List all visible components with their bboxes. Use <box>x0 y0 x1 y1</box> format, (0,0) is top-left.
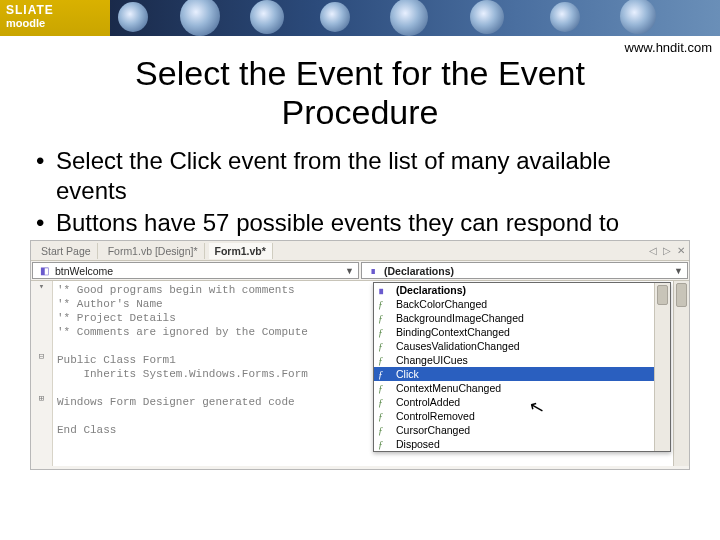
dropdown-item[interactable]: ƒBindingContextChanged <box>374 325 654 339</box>
logo-line1: SLIATE <box>6 4 104 17</box>
event-dropdown-list: ∎(Declarations) ƒBackColorChanged ƒBackg… <box>374 283 654 451</box>
dropdown-item-click[interactable]: ƒClick <box>374 367 654 381</box>
scrollbar-thumb[interactable] <box>657 285 668 305</box>
class-icon: ◧ <box>37 265 51 277</box>
scrollbar-thumb[interactable] <box>676 283 687 307</box>
dropdown-item-label: Click <box>396 368 419 380</box>
vertical-scrollbar[interactable] <box>673 281 689 466</box>
event-icon: ƒ <box>378 299 392 310</box>
dropdown-item[interactable]: ƒBackgroundImageChanged <box>374 311 654 325</box>
source-url: www.hndit.com <box>625 40 712 55</box>
dropdown-item[interactable]: ƒDisposed <box>374 437 654 451</box>
tab-close-icon[interactable]: ✕ <box>677 245 685 256</box>
declarations-icon: ∎ <box>378 285 392 296</box>
bullet-list: Select the Click event from the list of … <box>36 146 684 238</box>
dropdown-item-label: BackgroundImageChanged <box>396 312 524 324</box>
member-combos: ◧ btnWelcome ▼ ∎ (Declarations) ▼ <box>31 261 689 281</box>
logo-line2: moodle <box>6 17 104 29</box>
bullet-item: Buttons have 57 possible events they can… <box>36 208 684 238</box>
event-icon: ƒ <box>378 369 392 380</box>
class-combo[interactable]: ◧ btnWelcome ▼ <box>32 262 359 279</box>
outline-gutter: ▾ ⊟ ⊞ <box>31 281 53 466</box>
dropdown-item-label: ChangeUICues <box>396 354 468 366</box>
dropdown-item-label: Disposed <box>396 438 440 450</box>
banner-graphic <box>110 0 720 36</box>
outline-toggle[interactable]: ▾ <box>31 281 52 295</box>
document-tabs: Start Page Form1.vb [Design]* Form1.vb* … <box>31 241 689 261</box>
dropdown-item[interactable]: ƒCursorChanged <box>374 423 654 437</box>
dropdown-item-label: BackColorChanged <box>396 298 487 310</box>
declarations-icon: ∎ <box>366 265 380 277</box>
outline-toggle[interactable]: ⊟ <box>31 351 52 365</box>
dropdown-scrollbar[interactable] <box>654 283 670 451</box>
event-icon: ƒ <box>378 397 392 408</box>
event-icon: ƒ <box>378 425 392 436</box>
dropdown-item[interactable]: ƒBackColorChanged <box>374 297 654 311</box>
outline-toggle[interactable]: ⊞ <box>31 393 52 407</box>
slide-title: Select the Event for the Event Procedure <box>60 54 660 132</box>
outline-blank <box>31 379 52 393</box>
outline-blank <box>31 337 52 351</box>
dropdown-item-label: CausesValidationChanged <box>396 340 520 352</box>
event-icon: ƒ <box>378 327 392 338</box>
tab-nav-fwd-icon[interactable]: ▷ <box>663 245 671 256</box>
member-combo-value: (Declarations) <box>384 265 674 277</box>
event-dropdown: ∎(Declarations) ƒBackColorChanged ƒBackg… <box>373 282 671 452</box>
top-banner: SLIATE moodle <box>0 0 720 36</box>
dropdown-item-label: ControlAdded <box>396 396 460 408</box>
tab-code[interactable]: Form1.vb* <box>209 243 273 259</box>
class-combo-value: btnWelcome <box>55 265 345 277</box>
member-combo[interactable]: ∎ (Declarations) ▼ <box>361 262 688 279</box>
dropdown-item-label: ContextMenuChanged <box>396 382 501 394</box>
event-icon: ƒ <box>378 411 392 422</box>
outline-blank <box>31 421 52 435</box>
event-icon: ƒ <box>378 439 392 450</box>
event-icon: ƒ <box>378 313 392 324</box>
outline-blank <box>31 365 52 379</box>
dropdown-item-label: CursorChanged <box>396 424 470 436</box>
dropdown-item[interactable]: ƒControlAdded <box>374 395 654 409</box>
event-icon: ƒ <box>378 341 392 352</box>
dropdown-item[interactable]: ƒChangeUICues <box>374 353 654 367</box>
event-icon: ƒ <box>378 355 392 366</box>
event-icon: ƒ <box>378 383 392 394</box>
tab-start-page[interactable]: Start Page <box>35 243 98 259</box>
outline-blank <box>31 407 52 421</box>
vs-editor: Start Page Form1.vb [Design]* Form1.vb* … <box>30 240 690 470</box>
bullet-item: Select the Click event from the list of … <box>36 146 684 206</box>
dropdown-item-label: ControlRemoved <box>396 410 475 422</box>
tab-design[interactable]: Form1.vb [Design]* <box>102 243 205 259</box>
outline-blank <box>31 295 52 309</box>
outline-blank <box>31 323 52 337</box>
dropdown-item-label: (Declarations) <box>396 284 466 296</box>
dropdown-item[interactable]: ƒControlRemoved <box>374 409 654 423</box>
outline-blank <box>31 309 52 323</box>
dropdown-item-label: BindingContextChanged <box>396 326 510 338</box>
chevron-down-icon: ▼ <box>674 266 683 276</box>
dropdown-item-declarations[interactable]: ∎(Declarations) <box>374 283 654 297</box>
dropdown-item[interactable]: ƒCausesValidationChanged <box>374 339 654 353</box>
chevron-down-icon: ▼ <box>345 266 354 276</box>
tab-nav-back-icon[interactable]: ◁ <box>649 245 657 256</box>
logo-block: SLIATE moodle <box>0 0 110 36</box>
dropdown-item[interactable]: ƒContextMenuChanged <box>374 381 654 395</box>
